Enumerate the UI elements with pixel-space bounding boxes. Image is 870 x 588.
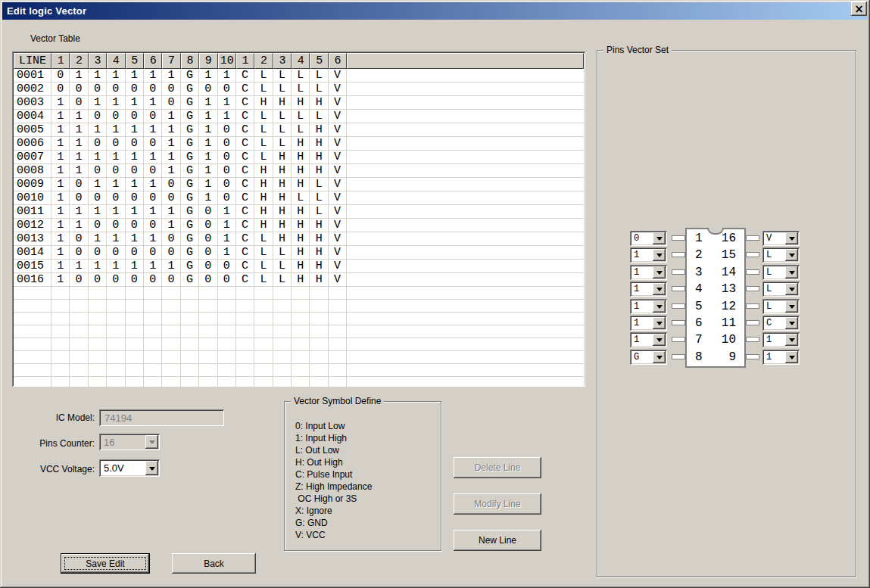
vector-cell[interactable]: H: [310, 232, 328, 246]
vector-cell[interactable]: V: [329, 219, 347, 232]
table-row[interactable]: 00121100001G01CHHHHV: [14, 219, 584, 232]
vector-cell[interactable]: G: [181, 191, 199, 205]
pin-15-combo[interactable]: L: [762, 247, 800, 263]
vector-cell[interactable]: 1: [107, 178, 125, 191]
vector-table-grid[interactable]: LINE1234567891012345600010111111G11CLLLL…: [14, 53, 584, 387]
vector-cell[interactable]: H: [273, 205, 292, 219]
pin-3-combo[interactable]: 1: [630, 265, 667, 280]
vector-cell[interactable]: G: [181, 137, 199, 151]
line-cell[interactable]: 0004: [14, 110, 51, 123]
vector-cell[interactable]: L: [254, 232, 273, 246]
vector-cell[interactable]: 1: [126, 260, 144, 273]
vector-cell[interactable]: 1: [89, 260, 107, 273]
pin-1-dropdown-button[interactable]: [653, 232, 666, 244]
vector-cell[interactable]: G: [181, 205, 199, 219]
pin-6-combo[interactable]: 1: [630, 316, 667, 331]
pin-4-dropdown-button[interactable]: [653, 283, 666, 295]
vector-cell[interactable]: L: [310, 191, 328, 205]
vector-cell[interactable]: 1: [89, 69, 107, 82]
vector-cell[interactable]: 1: [199, 110, 217, 123]
pin-12-dropdown-button[interactable]: [785, 300, 798, 313]
vector-cell[interactable]: L: [273, 69, 292, 82]
vector-cell[interactable]: L: [254, 123, 273, 137]
vector-cell[interactable]: 1: [144, 96, 162, 110]
vector-cell[interactable]: 0: [107, 164, 125, 178]
vector-cell[interactable]: 1: [51, 137, 70, 151]
vector-cell[interactable]: L: [273, 137, 292, 151]
vector-cell[interactable]: H: [292, 232, 310, 246]
vector-cell[interactable]: 0: [144, 273, 162, 287]
vector-cell[interactable]: 1: [126, 96, 144, 110]
vector-cell[interactable]: 1: [70, 69, 88, 82]
vector-cell[interactable]: C: [236, 178, 254, 191]
vector-cell[interactable]: 0: [199, 219, 217, 232]
pin-14-combo[interactable]: L: [762, 265, 800, 280]
table-row[interactable]: 00010111111G11CLLLLV: [14, 69, 584, 82]
vector-cell[interactable]: 0: [199, 82, 217, 96]
vector-cell[interactable]: 0: [144, 82, 162, 96]
vector-cell[interactable]: L: [273, 260, 292, 273]
vector-cell[interactable]: G: [181, 260, 199, 273]
table-row[interactable]: 00161000000G00CLLHHV: [14, 273, 584, 287]
vector-cell[interactable]: L: [292, 69, 310, 82]
vector-cell[interactable]: G: [181, 178, 199, 191]
vector-cell[interactable]: 1: [218, 69, 236, 82]
vector-cell[interactable]: 1: [70, 137, 88, 151]
vector-table[interactable]: LINE1234567891012345600010111111G11CLLLL…: [12, 51, 585, 387]
vector-cell[interactable]: 0: [162, 273, 180, 287]
vector-cell[interactable]: H: [310, 123, 328, 137]
vector-cell[interactable]: 1: [218, 205, 236, 219]
pin-13-dropdown-button[interactable]: [785, 283, 798, 295]
vector-cell[interactable]: 0: [218, 191, 236, 205]
vector-cell[interactable]: 1: [126, 151, 144, 164]
vector-cell[interactable]: 1: [70, 164, 88, 178]
vector-cell[interactable]: L: [310, 110, 328, 123]
vector-cell[interactable]: 0: [89, 164, 107, 178]
vector-cell[interactable]: H: [310, 273, 328, 287]
line-cell[interactable]: 0015: [14, 260, 51, 273]
vector-cell[interactable]: 1: [51, 110, 70, 123]
table-row[interactable]: 00071111111G10CLHHHV: [14, 151, 584, 164]
vector-cell[interactable]: 1: [162, 164, 180, 178]
vector-cell[interactable]: 0: [126, 191, 144, 205]
table-row[interactable]: 00031011110G11CHHHHV: [14, 96, 584, 110]
vector-cell[interactable]: G: [181, 69, 199, 82]
vector-cell[interactable]: 1: [162, 219, 180, 232]
vector-cell[interactable]: L: [292, 82, 310, 96]
table-row[interactable]: 00091011110G10CHHHLV: [14, 178, 584, 191]
vector-cell[interactable]: V: [329, 191, 347, 205]
vector-cell[interactable]: H: [254, 96, 273, 110]
vector-cell[interactable]: 1: [126, 69, 144, 82]
vector-cell[interactable]: 0: [162, 191, 180, 205]
vector-cell[interactable]: V: [329, 69, 347, 82]
vector-cell[interactable]: H: [273, 164, 292, 178]
vector-cell[interactable]: V: [329, 205, 347, 219]
pin-14-dropdown-button[interactable]: [785, 266, 798, 278]
vector-cell[interactable]: 0: [89, 110, 107, 123]
vector-cell[interactable]: C: [236, 246, 254, 260]
vector-cell[interactable]: 1: [199, 164, 217, 178]
vector-cell[interactable]: 0: [144, 246, 162, 260]
vector-cell[interactable]: 0: [89, 191, 107, 205]
vector-cell[interactable]: 0: [199, 260, 217, 273]
vector-cell[interactable]: L: [273, 82, 292, 96]
vector-cell[interactable]: 1: [126, 205, 144, 219]
vector-cell[interactable]: 0: [70, 96, 88, 110]
vector-cell[interactable]: 1: [70, 260, 88, 273]
table-row[interactable]: 00051111111G10CLLLHV: [14, 123, 584, 137]
pin-3-dropdown-button[interactable]: [653, 266, 666, 278]
vector-cell[interactable]: 1: [51, 191, 70, 205]
line-cell[interactable]: 0009: [14, 178, 51, 191]
vector-cell[interactable]: V: [329, 164, 347, 178]
vector-cell[interactable]: C: [236, 96, 254, 110]
vector-cell[interactable]: 0: [70, 191, 88, 205]
pin-5-combo[interactable]: 1: [630, 299, 667, 314]
pin-2-combo[interactable]: 1: [630, 247, 667, 263]
vector-cell[interactable]: 0: [126, 219, 144, 232]
vector-cell[interactable]: 0: [107, 82, 125, 96]
vector-cell[interactable]: 1: [51, 96, 70, 110]
vector-cell[interactable]: H: [310, 219, 328, 232]
vector-cell[interactable]: 1: [107, 260, 125, 273]
vector-cell[interactable]: 1: [107, 96, 125, 110]
vector-cell[interactable]: 1: [70, 219, 88, 232]
